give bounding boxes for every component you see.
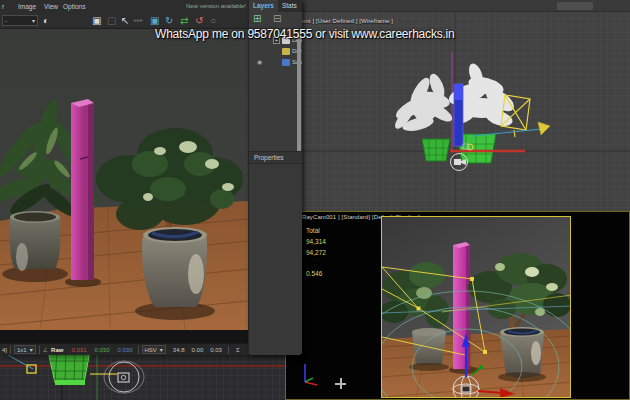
hue-value: 34.8 xyxy=(173,347,185,353)
camera-safe-frame xyxy=(381,216,571,398)
viewport-camera[interactable]: RayCam001 ] [Standard] [Default Shading]… xyxy=(285,211,630,400)
tab-stats[interactable]: Stats xyxy=(278,0,301,12)
vfb-render-image xyxy=(0,29,248,330)
layer-stack-icon[interactable]: ⊟ xyxy=(273,13,281,24)
save-image-icon[interactable]: ▣ xyxy=(92,14,101,27)
chevron-down-icon: ▾ xyxy=(32,17,35,24)
layer-item-denoiser[interactable]: Den xyxy=(249,47,299,57)
stats-value-2: 94,272 xyxy=(306,249,326,256)
panel-tabs: Layers Stats xyxy=(249,0,302,12)
toolbar-highlight-button[interactable] xyxy=(557,2,593,10)
front-viewport-label[interactable]: ont ] [User Defined ] [Wireframe ] xyxy=(302,18,393,24)
channel-select[interactable]: - ▾ xyxy=(2,15,38,26)
basket-wireframe-selected[interactable] xyxy=(48,355,90,385)
column-wireframe-top xyxy=(454,84,463,100)
viewport-top-strip[interactable] xyxy=(0,355,285,400)
more-options-icon[interactable]: ▸▸▸ xyxy=(134,14,143,27)
new-image-icon[interactable]: ▢ xyxy=(107,14,116,27)
screen: ont ] [User Defined ] [Wireframe ] RayCa… xyxy=(0,0,630,400)
crosshair-cursor xyxy=(335,378,346,389)
render-canvas xyxy=(0,29,248,330)
menu-view[interactable]: View xyxy=(44,3,58,10)
menu-partial[interactable]: r xyxy=(2,3,4,10)
region-render-icon[interactable]: ▣ xyxy=(150,14,159,27)
hsv-value-label: HSV xyxy=(145,347,157,353)
compare-icon[interactable]: ⇄ xyxy=(180,14,188,27)
stats-value-1: 94,314 xyxy=(306,238,326,245)
pixel-ratio-select[interactable]: 1x1 ▾ xyxy=(14,345,36,354)
history-icon[interactable]: ○ xyxy=(210,14,216,27)
layers-panel: Layers Stats ⊞ ⊟ + Lens Den ◉ Sou Proper… xyxy=(248,0,302,355)
sigma-icon[interactable]: Σ xyxy=(236,347,240,353)
red-value: 0.031 xyxy=(71,347,86,353)
watermark-text: WhatsApp me on 9587041555 or visit www.c… xyxy=(155,27,455,41)
denoiser-layer-icon xyxy=(282,48,290,55)
hsv-select[interactable]: HSV ▾ xyxy=(142,345,166,354)
layer-item-source[interactable]: ◉ Sou xyxy=(249,58,299,68)
sat-value: 0.00 xyxy=(192,347,204,353)
update-notice[interactable]: New version available! xyxy=(186,3,246,9)
tab-layers[interactable]: Layers xyxy=(249,0,278,12)
rt-render-icon[interactable]: ↻ xyxy=(165,14,173,27)
panel-scrollbar[interactable] xyxy=(297,34,301,152)
mode-label[interactable]: Raw xyxy=(51,347,63,353)
viewport-front[interactable]: ont ] [User Defined ] [Wireframe ] xyxy=(300,12,630,211)
frame-info: 4] xyxy=(2,347,7,353)
angle-icon: ∠ xyxy=(43,346,48,353)
properties-body xyxy=(249,164,302,355)
chevron-down-icon: ▾ xyxy=(160,346,163,353)
val-value: 0.03 xyxy=(210,347,222,353)
stats-value-3: 0.546 xyxy=(306,270,322,277)
front-viewport-canvas[interactable] xyxy=(300,12,630,211)
top-viewport-canvas[interactable] xyxy=(0,355,285,400)
chevron-down-icon: ▾ xyxy=(30,346,33,353)
stats-total-label: Total xyxy=(306,227,320,234)
swap-colors-icon[interactable]: ◐ xyxy=(43,14,49,27)
pixel-ratio-value: 1x1 xyxy=(17,347,27,353)
menu-image[interactable]: Image xyxy=(18,3,36,10)
source-layer-icon xyxy=(282,59,290,66)
track-cursor-icon[interactable]: ↖ xyxy=(121,14,129,27)
properties-header: Properties xyxy=(249,151,302,164)
wireframe-pot-left xyxy=(422,139,450,161)
world-axis-tripod xyxy=(294,362,320,388)
channel-value: - xyxy=(5,18,7,24)
add-layer-icon[interactable]: ⊞ xyxy=(253,13,261,24)
blue-value: 0.030 xyxy=(117,347,132,353)
clear-image-icon[interactable]: ↺ xyxy=(195,14,203,27)
menu-options[interactable]: Options xyxy=(63,3,85,10)
eye-icon[interactable]: ◉ xyxy=(257,58,262,65)
camera-scene-canvas[interactable] xyxy=(382,217,571,398)
green-value: 0.030 xyxy=(94,347,109,353)
